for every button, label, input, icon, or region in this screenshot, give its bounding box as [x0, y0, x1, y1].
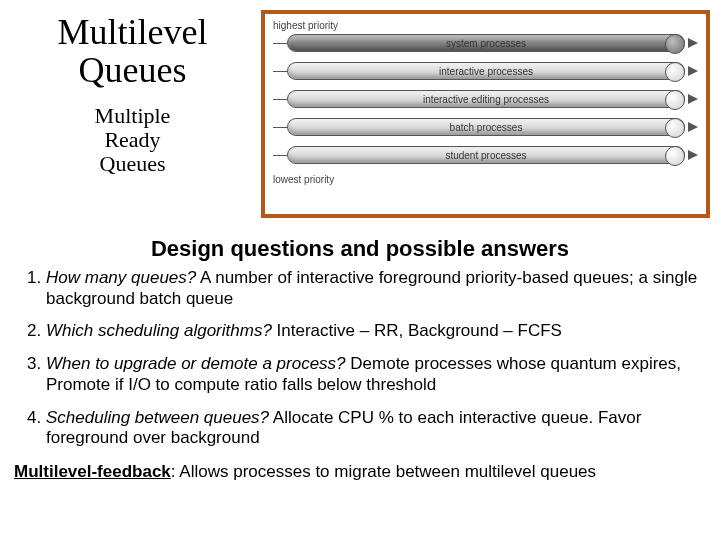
subtitle-line-3: Queues — [100, 151, 166, 176]
queue-cap-icon — [665, 62, 685, 82]
queue-bar: interactive editing processes — [287, 90, 685, 108]
arrow-right-icon — [688, 94, 698, 104]
subtitle-line-1: Multiple — [95, 103, 171, 128]
qa-question: How many queues? — [46, 268, 196, 287]
queue-diagram: highest priority system processesinterac… — [261, 10, 710, 218]
footer-lead: Multilevel-feedback — [14, 462, 171, 481]
subtitle-line-2: Ready — [104, 127, 160, 152]
queue-cap-icon — [665, 90, 685, 110]
qa-item: How many queues? A number of interactive… — [46, 268, 702, 309]
lowest-priority-label: lowest priority — [273, 174, 698, 185]
title-line-2: Queues — [79, 50, 187, 90]
arrow-line-icon — [273, 99, 287, 100]
highest-priority-label: highest priority — [273, 20, 698, 31]
qa-answer: Interactive – RR, Background – FCFS — [272, 321, 562, 340]
qa-item: When to upgrade or demote a process? Dem… — [46, 354, 702, 395]
queue-bar: student processes — [287, 146, 685, 164]
qa-question: Which scheduling algorithms? — [46, 321, 272, 340]
qa-item: Scheduling between queues? Allocate CPU … — [46, 408, 702, 449]
queue-label: interactive editing processes — [423, 94, 549, 105]
queue-cap-icon — [665, 146, 685, 166]
arrow-right-icon — [688, 150, 698, 160]
queue-cap-icon — [665, 34, 685, 54]
queue-label: system processes — [446, 38, 526, 49]
arrow-line-icon — [273, 71, 287, 72]
arrow-right-icon — [688, 38, 698, 48]
qa-question: Scheduling between queues? — [46, 408, 269, 427]
arrow-line-icon — [273, 43, 287, 44]
queue-bar: system processes — [287, 34, 685, 52]
arrow-line-icon — [273, 155, 287, 156]
qa-question: When to upgrade or demote a process? — [46, 354, 346, 373]
queue-label: student processes — [445, 150, 526, 161]
qa-item: Which scheduling algorithms? Interactive… — [46, 321, 702, 342]
title-block: Multilevel Queues Multiple Ready Queues — [10, 8, 255, 176]
page-title: Multilevel Queues — [10, 14, 255, 90]
queue-row: student processes — [273, 146, 698, 164]
arrow-line-icon — [273, 127, 287, 128]
queue-bar: interactive processes — [287, 62, 685, 80]
queue-row: system processes — [273, 34, 698, 52]
queue-label: interactive processes — [439, 66, 533, 77]
page-subtitle: Multiple Ready Queues — [10, 104, 255, 177]
arrow-right-icon — [688, 122, 698, 132]
queue-row: batch processes — [273, 118, 698, 136]
queue-bar: batch processes — [287, 118, 685, 136]
queue-label: batch processes — [450, 122, 523, 133]
section-heading: Design questions and possible answers — [0, 236, 720, 262]
title-line-1: Multilevel — [58, 12, 208, 52]
footer-rest: : Allows processes to migrate between mu… — [171, 462, 596, 481]
queue-row: interactive processes — [273, 62, 698, 80]
qa-list: How many queues? A number of interactive… — [40, 268, 702, 449]
arrow-right-icon — [688, 66, 698, 76]
footer-note: Multilevel-feedback: Allows processes to… — [14, 461, 706, 482]
queue-row: interactive editing processes — [273, 90, 698, 108]
queue-cap-icon — [665, 118, 685, 138]
